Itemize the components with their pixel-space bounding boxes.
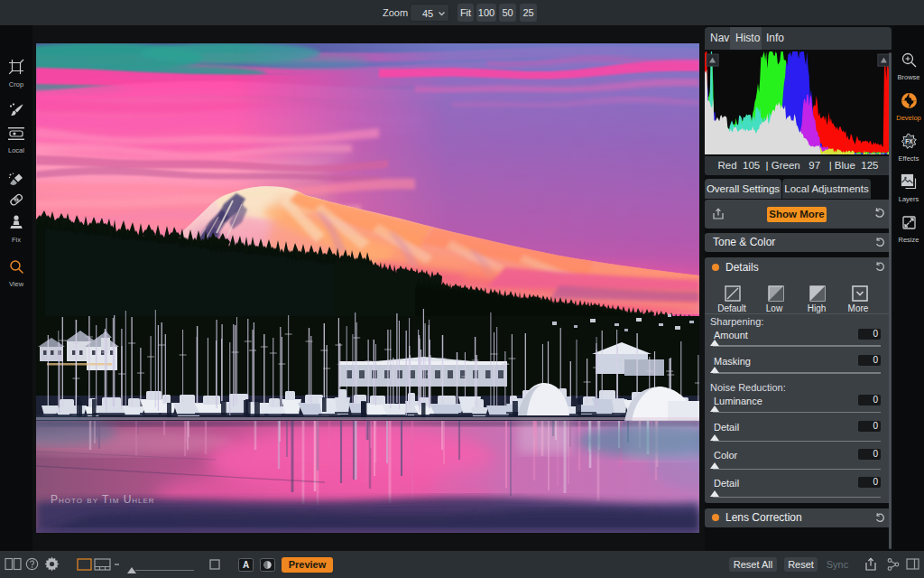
svg-text:FX: FX bbox=[905, 138, 913, 144]
svg-text:A: A bbox=[243, 560, 249, 570]
